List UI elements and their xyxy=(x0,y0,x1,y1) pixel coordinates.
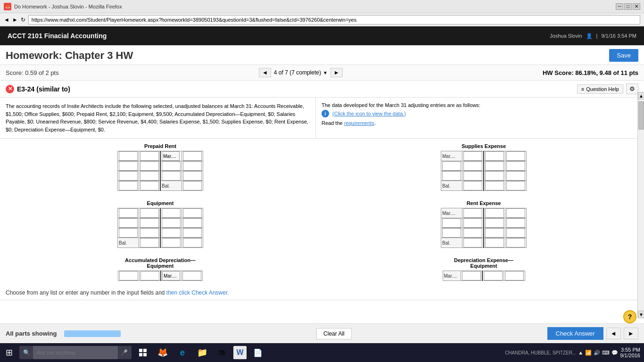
question-help-button[interactable]: ≡ Question Help xyxy=(577,84,623,94)
eq-r1-c1[interactable] xyxy=(119,208,138,218)
de-r1-c3[interactable] xyxy=(484,271,503,280)
re-r3-c3[interactable] xyxy=(485,228,504,238)
score-label: Score: 0.59 of 2 pts xyxy=(6,69,59,76)
re-r4-c3[interactable] xyxy=(485,238,504,247)
data-info-line1: The data developed for the March 31 adju… xyxy=(322,102,638,108)
eq-r3-c2[interactable] xyxy=(140,228,159,238)
eq-r2-c1[interactable] xyxy=(119,218,138,228)
re-r3-c1[interactable] xyxy=(442,228,461,238)
pr-r2-c4[interactable] xyxy=(183,161,202,171)
nav-dropdown-icon[interactable]: ▼ xyxy=(323,70,328,75)
eq-r2-c3[interactable] xyxy=(162,218,181,228)
se-r3-c1[interactable] xyxy=(442,171,461,181)
re-r1-c3[interactable] xyxy=(485,208,504,218)
se-r4-c3[interactable] xyxy=(485,181,504,190)
se-r3-c4[interactable] xyxy=(506,171,525,181)
minimize-button[interactable]: ─ xyxy=(616,3,623,10)
hw-score: HW Score: 86.18%, 9.48 of 11 pts xyxy=(543,69,638,76)
app-header: ACCT 2101 Finacial Accounting Joshua Slo… xyxy=(0,26,644,45)
scroll-up-button[interactable]: ▲ xyxy=(638,92,644,99)
ad-r1-c1[interactable] xyxy=(119,271,138,280)
re-r2-c3[interactable] xyxy=(485,218,504,228)
rent-expense-table: Mar.... Bal. xyxy=(441,208,527,248)
se-r2-c3[interactable] xyxy=(485,161,504,171)
se-r3-c3[interactable] xyxy=(485,171,504,181)
se-r1-c4[interactable] xyxy=(506,151,525,161)
re-r2-c1[interactable] xyxy=(442,218,461,228)
close-button[interactable]: ✕ xyxy=(633,3,640,10)
eq-r3-c3[interactable] xyxy=(162,228,181,238)
save-button[interactable]: Save xyxy=(609,49,638,62)
pr-r4-c2[interactable] xyxy=(140,181,159,190)
pr-r2-c2[interactable] xyxy=(140,161,159,171)
settings-button[interactable]: ⚙ xyxy=(626,83,638,94)
de-r1-c4[interactable] xyxy=(505,271,524,280)
re-r1-c4[interactable] xyxy=(506,208,525,218)
re-r3-c4[interactable] xyxy=(506,228,525,238)
user-icon: 👤 xyxy=(586,33,593,39)
re-r2-c4[interactable] xyxy=(506,218,525,228)
requirements-link[interactable]: requirements xyxy=(344,120,374,126)
page-header: Homework: Chapter 3 HW Save xyxy=(0,45,644,65)
reload-icon[interactable]: ↻ xyxy=(21,16,25,23)
pr-r4-c1[interactable] xyxy=(119,181,138,190)
eq-r3-c1[interactable] xyxy=(119,228,138,238)
dep-exp-table: Mar.... xyxy=(443,271,525,281)
scroll-thumb[interactable] xyxy=(638,101,644,130)
eq-r1-c4[interactable] xyxy=(183,208,202,218)
de-r1-c2[interactable] xyxy=(462,271,481,280)
eq-r1-c2[interactable] xyxy=(140,208,159,218)
prev-question-button[interactable]: ◄ xyxy=(259,68,271,77)
pr-r4-c4[interactable] xyxy=(183,181,202,190)
instruction-bar: Choose from any list or enter any number… xyxy=(0,286,644,300)
pr-r1-c2[interactable] xyxy=(140,151,159,161)
maximize-button[interactable]: □ xyxy=(624,3,632,10)
re-r4-c2[interactable] xyxy=(463,238,482,247)
se-r4-c4[interactable] xyxy=(506,181,525,190)
eq-r1-c3[interactable] xyxy=(162,208,181,218)
se-r2-c4[interactable] xyxy=(506,161,525,171)
eq-r4-c4[interactable] xyxy=(183,238,202,247)
pr-r2-c3[interactable] xyxy=(162,161,181,171)
back-icon[interactable]: ◄ xyxy=(4,16,9,23)
re-r3-c2[interactable] xyxy=(463,228,482,238)
re-r4-c4[interactable] xyxy=(506,238,525,247)
pr-r3-c4[interactable] xyxy=(183,171,202,181)
eq-r2-c4[interactable] xyxy=(183,218,202,228)
pr-r3-c1[interactable] xyxy=(119,171,138,181)
click-icon-link[interactable]: (Click the icon to view the data.) xyxy=(332,111,406,116)
eq-r4-c3[interactable] xyxy=(162,238,181,247)
eq-r4-c2[interactable] xyxy=(140,238,159,247)
eq-r3-c4[interactable] xyxy=(183,228,202,238)
se-r3-c2[interactable] xyxy=(463,171,482,181)
acc-dep-title1: Accumulated Depreciation— xyxy=(6,257,315,263)
next-question-button[interactable]: ► xyxy=(330,68,343,77)
se-r1-c2[interactable] xyxy=(463,151,482,161)
pr-r1-c1[interactable] xyxy=(119,151,138,161)
pr-r2-c1[interactable] xyxy=(119,161,138,171)
pr-r1-c3[interactable] xyxy=(162,151,180,161)
se-r2-c1[interactable] xyxy=(442,161,461,171)
ad-r1-c4[interactable] xyxy=(182,271,201,280)
question-label: ✕ E3-24 (similar to) xyxy=(6,85,70,93)
re-r1-c2[interactable] xyxy=(463,208,482,218)
scrollbar[interactable]: ▲ ▼ xyxy=(637,92,644,300)
ad-r1-c3[interactable] xyxy=(162,271,180,280)
se-r4-c2[interactable] xyxy=(463,181,482,190)
username: Joshua Slovin xyxy=(550,33,582,39)
forward-icon[interactable]: ► xyxy=(12,16,18,23)
pr-r1-c4[interactable] xyxy=(183,151,202,161)
problem-text-panel: The accounting records of Insite Archite… xyxy=(0,98,316,138)
browser-favicon: 🦊 xyxy=(4,3,11,10)
gear-icon: ⚙ xyxy=(629,85,635,92)
pr-r3-c2[interactable] xyxy=(140,171,159,181)
eq-r2-c2[interactable] xyxy=(140,218,159,228)
se-r2-c2[interactable] xyxy=(463,161,482,171)
se-r1-c3[interactable] xyxy=(485,151,504,161)
table-row: Bal. xyxy=(441,181,527,191)
re-r2-c2[interactable] xyxy=(463,218,482,228)
address-input[interactable] xyxy=(28,15,640,25)
pr-r3-c3[interactable] xyxy=(162,171,181,181)
ad-r1-c2[interactable] xyxy=(140,271,159,280)
rent-expense-title: Rent Expense xyxy=(329,200,638,206)
